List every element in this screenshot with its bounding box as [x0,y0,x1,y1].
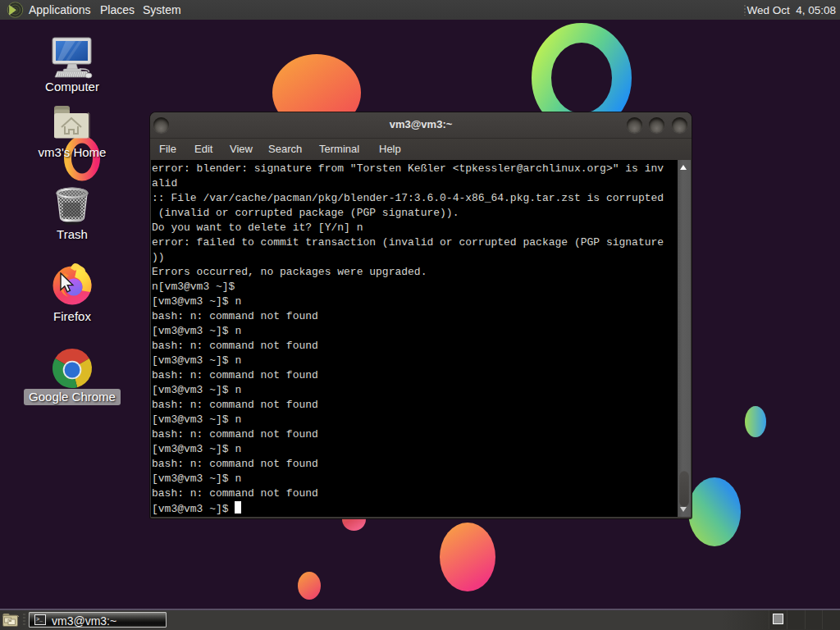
svg-text:>_: >_ [36,616,43,623]
